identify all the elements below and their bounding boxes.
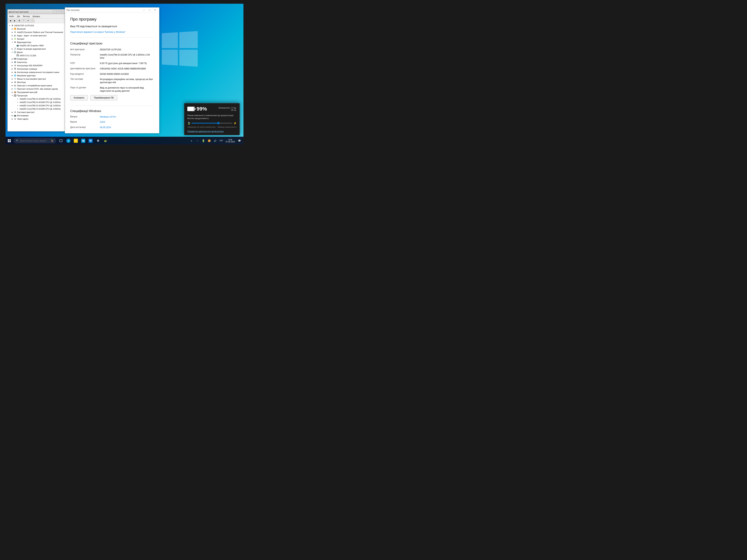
dm-close-button[interactable]: ✕ <box>60 10 63 14</box>
tree-expander-disk[interactable]: ▼ <box>11 51 14 54</box>
edge-button[interactable]: e <box>65 137 72 144</box>
tree-item-print[interactable]: ▶ 🖨 Черги друку <box>8 117 64 121</box>
tree-item-audio-out[interactable]: ▶ 🎵 Вхідні та вихідні аудіопристрої <box>8 47 64 51</box>
rename-pc-button[interactable]: Перейменувати ПК <box>91 95 117 100</box>
dm-props-button[interactable]: 📋 <box>31 19 35 23</box>
tray-sound-icon[interactable]: 🔊 <box>213 137 218 144</box>
tree-label-bt: Bluetooth <box>17 27 26 30</box>
copy-button[interactable]: Копіювати <box>70 95 88 100</box>
tree-item-storage[interactable]: ▶ 🗄 Контролери сховища <box>8 67 64 71</box>
tree-expander-camera[interactable]: ▶ <box>11 114 14 117</box>
dm-device-tree[interactable]: ▼ 🖥 DESKTOP-1U7FUSS ▶ 📶 Bluetooth ▶ ⚙ In… <box>7 23 65 131</box>
taskbar-search-box[interactable]: 🔍 🦆 <box>14 138 56 143</box>
tree-expander-print[interactable]: ▶ <box>11 117 14 121</box>
tree-expander-battery[interactable]: ▶ <box>11 37 14 41</box>
tree-expander-system[interactable]: ▶ <box>11 111 14 114</box>
tree-expander-keyboard[interactable]: ▶ <box>11 57 14 60</box>
cpu4-icon: ▪ <box>16 107 19 110</box>
tree-item-hd4600[interactable]: 📺 Intel(R) HD Graphics 4600 <box>8 44 64 47</box>
tree-item-keyboard[interactable]: ▶ ⌨ Клавіатури <box>8 57 64 60</box>
tray-taskbar-icon[interactable]: □ <box>195 137 200 144</box>
tray-clock[interactable]: 9:26 07.05.2024 <box>225 137 236 144</box>
tree-item-network[interactable]: ▶ 🌐 Мережеві адаптери <box>8 74 64 77</box>
battery-slider-row: 🍃 ⚡ <box>187 122 237 125</box>
tree-item-audio[interactable]: ▶ 🔊 Аудіо-, відео- та ігрові пристрої <box>8 34 64 37</box>
tree-item-thermal[interactable]: ▶ ⚙ Intel(R) Dynamic Platform and Therma… <box>8 31 64 34</box>
tree-expander-audio[interactable]: ▶ <box>11 34 14 37</box>
tree-item-computer[interactable]: ▶ 💻 Комп'ютер <box>8 60 64 64</box>
dm-restore-button[interactable]: □ <box>56 10 60 14</box>
battery-settings-link[interactable]: Параметри живлення від акумулятора <box>187 130 237 132</box>
dm-computer-button[interactable]: 🖥 <box>17 19 21 23</box>
dm-help-button[interactable]: ? <box>22 19 26 23</box>
tree-expander-display[interactable]: ▼ <box>11 41 14 44</box>
dm-menu-view[interactable]: Вигляд <box>22 15 30 18</box>
search-input[interactable] <box>20 140 49 142</box>
tree-item-dvd[interactable]: ▶ 💿 Пристрої читання DVD- або компакт-ди… <box>8 87 64 90</box>
mail-button[interactable]: ✉ <box>87 137 94 144</box>
tray-network-icon[interactable]: 📶 <box>207 137 212 144</box>
protection-link[interactable]: Переглянути відомості на екрані "Безпека… <box>70 31 126 33</box>
tree-expander-bt[interactable]: ▶ <box>11 27 14 30</box>
tree-item-software[interactable]: ▶ 📦 Програмний пристрій <box>8 90 64 94</box>
tree-expander-network[interactable]: ▶ <box>11 74 14 77</box>
tree-expander-mouse[interactable]: ▶ <box>11 77 14 80</box>
explorer-button[interactable]: 📁 <box>72 137 79 144</box>
aw-close-button[interactable]: ✕ <box>153 8 158 12</box>
taskview-button[interactable] <box>57 137 65 144</box>
start-button[interactable] <box>5 137 13 144</box>
tree-expander-thermal[interactable]: ▶ <box>11 31 14 34</box>
tree-item-mouse[interactable]: ▶ 🖱 Миша та інші вказівні пристрої <box>8 77 64 81</box>
tree-expander-audio-out[interactable]: ▶ <box>11 47 14 50</box>
tree-item-system[interactable]: ▶ ⚙ Системні пристрої <box>8 111 64 114</box>
tray-notifications[interactable]: 💬 <box>237 137 242 144</box>
tree-item-disk[interactable]: ▼ 💽 Диски <box>8 51 64 54</box>
spec-value-name: DESKTOP-1U7FUSS <box>100 48 154 51</box>
tree-item-bluetooth[interactable]: ▶ 📶 Bluetooth <box>8 27 64 31</box>
tree-item-display[interactable]: ▼ 🖥 Відеоадаптери <box>8 41 64 44</box>
tree-expander-dvd[interactable]: ▶ <box>11 87 14 90</box>
tree-expander-ide[interactable]: ▶ <box>11 64 14 67</box>
app6-button[interactable]: 🐢 <box>102 137 109 144</box>
tree-item-usb[interactable]: ▶ 🔌 Контролери універсальної послідовної… <box>8 71 64 74</box>
tree-expander-monitor[interactable]: ▶ <box>11 81 14 84</box>
dm-menu-file[interactable]: Файл <box>8 15 15 18</box>
settings-button[interactable]: ⚙ <box>95 137 102 144</box>
tree-expander-storage[interactable]: ▶ <box>11 68 14 70</box>
computer2-icon: 💻 <box>14 61 17 64</box>
tree-item-cpu3[interactable]: ▪ Intel(R) Core(TM) i5-4210M CPU @ 2.60G… <box>8 104 64 107</box>
screen: Диспетчер пристроїв ─ □ ✕ Файл Дія Вигля… <box>5 4 243 144</box>
thermal-icon: ⚙ <box>14 31 17 34</box>
tree-item-camera[interactable]: ▶ 📷 Фотокамери <box>8 114 64 117</box>
tree-expander-usb[interactable]: ▶ <box>11 71 14 74</box>
tray-chevron[interactable]: ∧ <box>189 137 194 144</box>
tree-item-hid[interactable]: ▶ 🕹 Пристрої з інтерфейсом користувача <box>8 84 64 87</box>
tree-expander-hid[interactable]: ▶ <box>11 84 14 87</box>
battery-slider[interactable] <box>191 123 232 124</box>
tray-battery-icon[interactable]: 🔋 <box>201 137 206 144</box>
tree-expander-cpu[interactable]: ▼ <box>11 94 14 97</box>
dm-minimize-button[interactable]: ─ <box>53 10 56 14</box>
dm-scan-button[interactable]: ⟳ <box>26 19 30 23</box>
tree-item-ide[interactable]: ▶ ⚙ Контролери IDE ATA/ATAPI <box>8 64 64 67</box>
store-button[interactable]: 🛍 <box>80 137 87 144</box>
dm-menu-action[interactable]: Дія <box>16 15 21 18</box>
tree-item-sata[interactable]: 💾 SATA CV1-CC256 <box>8 54 64 57</box>
aw-restore-button[interactable]: □ <box>147 8 152 12</box>
tray-language[interactable]: УКР <box>218 137 224 144</box>
tree-item-monitor[interactable]: ▶ 🖥 Монітори <box>8 81 64 84</box>
dm-back-button[interactable]: ◀ <box>8 19 12 23</box>
tree-expander-root[interactable]: ▼ <box>8 24 11 27</box>
tree-item-cpu2[interactable]: ▪ Intel(R) Core(TM) i5-4210M CPU @ 2.60G… <box>8 101 64 104</box>
dm-forward-button[interactable]: ▶ <box>13 19 17 23</box>
tree-item-root[interactable]: ▼ 🖥 DESKTOP-1U7FUSS <box>8 24 64 27</box>
tree-item-cpu[interactable]: ▼ 🔲 Процесори <box>8 94 64 97</box>
tree-item-cpu4[interactable]: ▪ Intel(R) Core(TM) i5-4210M CPU @ 2.60G… <box>8 107 64 111</box>
tree-item-battery[interactable]: ▶ 🔋 Батареї <box>8 37 64 41</box>
aw-minimize-button[interactable]: ─ <box>141 8 147 12</box>
tree-expander-computer[interactable]: ▶ <box>11 61 14 64</box>
tree-expander-software[interactable]: ▶ <box>11 91 14 94</box>
tree-label-ide: Контролери IDE ATA/ATAPI <box>17 64 43 67</box>
dm-menu-help[interactable]: Довідка <box>32 15 41 18</box>
tree-item-cpu1[interactable]: ▪ Intel(R) Core(TM) i5-4210M CPU @ 2.60G… <box>8 97 64 101</box>
